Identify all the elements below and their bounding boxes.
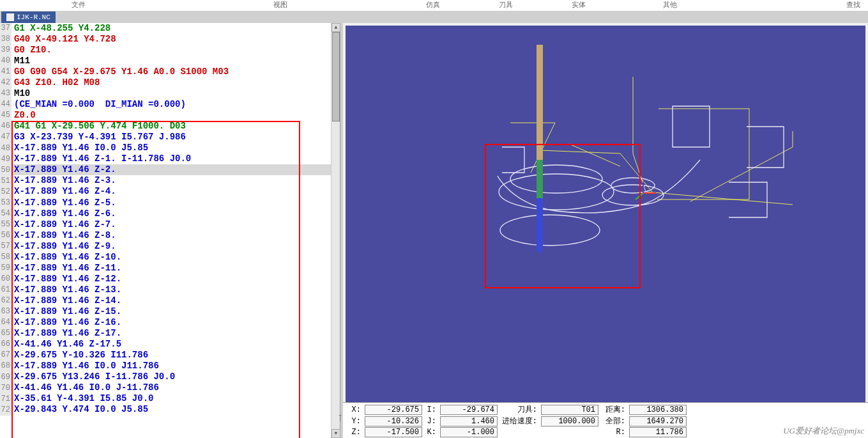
code-line[interactable]: G3 X-23.739 Y-4.391 I5.767 J.986	[11, 132, 331, 143]
code-line[interactable]: X-17.889 Y1.46 Z-1. I-11.786 J0.0	[11, 153, 331, 164]
val-r: 11.786	[629, 427, 687, 437]
code-line[interactable]: M11	[11, 56, 331, 66]
code-line[interactable]: X-17.889 Y1.46 I0.0 J11.786	[11, 361, 331, 372]
menu-other[interactable]: 其他	[663, 0, 677, 10]
val-dist: 1306.380	[629, 405, 687, 415]
line-gutter: 3738394041424344454647484950515253545556…	[0, 23, 11, 416]
viewport-3d[interactable]	[346, 26, 865, 402]
svg-point-2	[500, 215, 600, 246]
line-number: 64	[0, 317, 10, 328]
viewport-svg	[346, 26, 865, 402]
scroll-down-icon[interactable]: ▼	[331, 429, 340, 438]
code-line[interactable]: X-17.889 Y1.46 Z-6.	[11, 208, 331, 219]
code-line[interactable]: X-29.675 Y-10.326 I11.786	[11, 350, 331, 361]
line-number: 63	[0, 306, 10, 317]
line-number: 66	[0, 339, 10, 350]
code-line[interactable]: X-17.889 Y1.46 Z-3.	[11, 175, 331, 186]
lbl-i: I:	[425, 405, 438, 414]
code-line[interactable]: X-17.889 Y1.46 Z-8.	[11, 230, 331, 241]
menu-tool[interactable]: 刀具	[499, 0, 513, 10]
menu-file[interactable]: 文件	[72, 0, 86, 10]
lbl-feed: 进给速度:	[500, 416, 538, 426]
svg-point-5	[537, 246, 543, 253]
menu-solid[interactable]: 实体	[572, 0, 586, 10]
code-line[interactable]: X-41.46 Y1.46 Z-17.5	[11, 339, 331, 350]
line-number: 52	[0, 187, 10, 198]
code-line[interactable]: X-17.889 Y1.46 Z-9.	[11, 241, 331, 252]
code-line[interactable]: M10	[11, 88, 331, 99]
code-line[interactable]: X-17.889 Y1.46 Z-12.	[11, 274, 331, 285]
line-number: 50	[0, 165, 10, 176]
line-number: 49	[0, 154, 10, 165]
code-line[interactable]: X-17.889 Y1.46 Z-2.	[11, 164, 331, 175]
line-number: 37	[0, 23, 10, 34]
line-number: 70	[0, 383, 10, 394]
code-line[interactable]: X-35.61 Y-4.391 I5.85 J0.0	[11, 393, 331, 404]
line-number: 57	[0, 241, 10, 252]
line-number: 55	[0, 219, 10, 230]
val-i: -29.674	[440, 405, 498, 415]
code-line[interactable]: G0 Z10.	[11, 45, 331, 56]
lbl-z: Z:	[349, 428, 362, 437]
code-line[interactable]: X-17.889 Y1.46 Z-13.	[11, 285, 331, 295]
code-line[interactable]: (CE_MIAN =0.000 DI_MIAN =0.000)	[11, 99, 331, 110]
code-line[interactable]: X-41.46 Y1.46 I0.0 J-11.786	[11, 382, 331, 393]
line-number: 72	[0, 405, 10, 416]
line-number: 54	[0, 208, 10, 219]
code-panel: 3738394041424344454647484950515253545556…	[0, 23, 340, 438]
line-number: 47	[0, 132, 10, 143]
code-line[interactable]: X-17.889 Y1.46 Z-5.	[11, 198, 331, 208]
code-line[interactable]: G0 G90 G54 X-29.675 Y1.46 A0.0 S1000 M03	[11, 66, 331, 77]
svg-line-8	[636, 193, 643, 199]
menu-find[interactable]: 查找	[846, 0, 860, 10]
code-line[interactable]: X-17.889 Y1.46 Z-14.	[11, 295, 331, 306]
scroll-up-icon[interactable]: ▲	[331, 23, 340, 32]
line-number: 58	[0, 252, 10, 263]
code-line[interactable]: G41 G1 X-29.506 Y.474 F1000. D03	[11, 121, 331, 132]
code-line[interactable]: Z0.0	[11, 110, 331, 121]
code-line[interactable]: X-17.889 Y1.46 Z-7.	[11, 219, 331, 230]
code-line[interactable]: G43 Z10. H02 M08	[11, 77, 331, 88]
code-line[interactable]: X-17.889 Y1.46 Z-16.	[11, 317, 331, 328]
file-tab[interactable]: IJK-R.NC	[1, 12, 56, 23]
line-number: 60	[0, 274, 10, 285]
val-x: -29.675	[365, 405, 422, 415]
line-number: 38	[0, 34, 10, 45]
menu-sim[interactable]: 仿真	[426, 0, 440, 10]
code-line[interactable]: X-29.675 Y13.246 I-11.786 J0.0	[11, 372, 331, 382]
lbl-tool: 刀具:	[500, 404, 538, 415]
code-line[interactable]: X-17.889 Y1.46 I0.0 J5.85	[11, 143, 331, 153]
code-line[interactable]: G40 X-49.121 Y4.728	[11, 34, 331, 45]
scroll-thumb[interactable]	[332, 32, 340, 121]
line-number: 42	[0, 77, 10, 88]
line-number: 59	[0, 263, 10, 274]
line-number: 65	[0, 328, 10, 339]
line-number: 41	[0, 66, 10, 77]
line-number: 45	[0, 110, 10, 121]
line-number: 69	[0, 372, 10, 383]
menu-view[interactable]: 视图	[273, 0, 287, 10]
code-line[interactable]: X-17.889 Y1.46 Z-15.	[11, 306, 331, 317]
line-number: 43	[0, 88, 10, 99]
code-line[interactable]: X-29.843 Y.474 I0.0 J5.85	[11, 404, 331, 415]
lbl-k: K:	[425, 428, 438, 437]
code-line[interactable]: X-17.889 Y1.46 Z-17.	[11, 328, 331, 339]
val-j: 1.460	[440, 416, 498, 426]
code-lines[interactable]: G1 X-48.255 Y4.228G40 X-49.121 Y4.728G0 …	[11, 23, 331, 415]
val-y: -10.326	[365, 416, 422, 426]
val-z: -17.500	[365, 427, 422, 437]
line-number: 51	[0, 176, 10, 187]
line-number: 61	[0, 285, 10, 295]
scrollbar-vertical[interactable]: ▲ ▼	[331, 23, 340, 438]
lbl-x: X:	[349, 405, 362, 414]
code-line[interactable]: G1 X-48.255 Y4.228	[11, 23, 331, 34]
line-number: 71	[0, 394, 10, 405]
code-line[interactable]: X-17.889 Y1.46 Z-10.	[11, 252, 331, 263]
file-icon	[6, 13, 14, 21]
code-line[interactable]: X-17.889 Y1.46 Z-4.	[11, 186, 331, 197]
line-number: 53	[0, 198, 10, 208]
line-number: 67	[0, 350, 10, 361]
code-line[interactable]: X-17.889 Y1.46 Z-11.	[11, 263, 331, 274]
lbl-y: Y:	[349, 417, 362, 426]
val-feed: 1000.000	[541, 416, 598, 426]
